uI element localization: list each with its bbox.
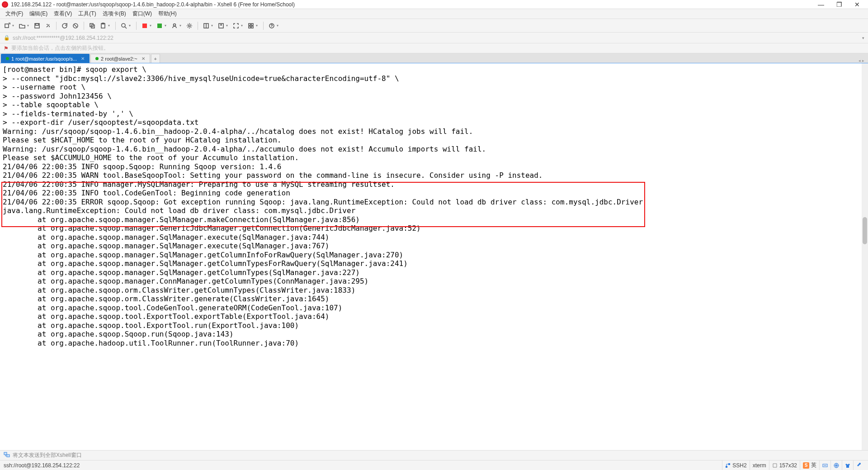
network-icon (725, 463, 731, 468)
status-keyboard-icon[interactable] (819, 461, 830, 470)
find-dropdown[interactable]: ▾ (129, 24, 132, 28)
status-globe-icon[interactable] (830, 461, 842, 470)
svg-point-11 (174, 24, 176, 26)
svg-point-20 (271, 27, 272, 28)
session-tab-label: 1 root@master:/usr/sqoop/s... (11, 56, 77, 62)
scrollbar-thumb[interactable] (863, 217, 867, 244)
window-title: 192.168.254.122 - root@master:/usr/sqoop… (11, 1, 812, 8)
save-icon[interactable] (33, 21, 42, 30)
tab-nav-arrows[interactable]: ◂ ▸ (859, 58, 864, 63)
font-color-dropdown[interactable]: ▾ (150, 24, 153, 28)
flag-icon: ⚑ (4, 45, 9, 52)
wrench-icon (856, 463, 862, 468)
keyboard-icon (822, 463, 828, 468)
close-icon[interactable]: ✕ (142, 56, 145, 61)
svg-rect-23 (726, 466, 727, 468)
address-text: ssh://root:***********@192.168.254.122:2… (13, 35, 113, 41)
svg-rect-16 (251, 24, 253, 25)
window-split-dropdown[interactable]: ▾ (211, 24, 215, 28)
paste-dropdown[interactable]: ▾ (108, 24, 112, 28)
svg-point-8 (122, 24, 125, 27)
status-shirt-icon[interactable] (842, 461, 853, 470)
menu-view[interactable]: 查看(V) (52, 9, 74, 19)
status-size: 157x32 (769, 461, 800, 470)
tile-icon[interactable] (246, 21, 255, 30)
globe-icon (834, 463, 839, 468)
menu-bar: 文件(F) 编辑(E) 查看(V) 工具(T) 选项卡(B) 窗口(W) 帮助(… (0, 9, 868, 19)
disconnect-icon[interactable] (71, 21, 80, 30)
status-dot-icon (6, 57, 9, 60)
status-termtype: xterm (750, 461, 769, 470)
menu-file[interactable]: 文件(F) (4, 9, 25, 19)
hint-bar: ⚑ 要添加当前会话，点击左侧的箭头按钮。 (0, 43, 868, 53)
reconnect-icon[interactable] (60, 21, 69, 30)
status-ime[interactable]: S 英 (800, 461, 819, 470)
full-screen-dropdown[interactable]: ▾ (241, 24, 245, 28)
new-session-icon[interactable] (3, 21, 12, 30)
toolbar-sep (84, 22, 84, 30)
maximize-button[interactable]: ❐ (830, 1, 848, 8)
bg-color-icon[interactable] (155, 21, 164, 30)
open-session-icon[interactable] (18, 21, 27, 30)
user-dropdown[interactable]: ▾ (179, 24, 183, 28)
user-icon[interactable] (170, 21, 179, 30)
app-icon (2, 1, 8, 8)
find-icon[interactable] (119, 21, 128, 30)
vertical-scrollbar[interactable] (862, 63, 868, 450)
copy-icon[interactable] (88, 21, 97, 30)
bg-color-dropdown[interactable]: ▾ (165, 24, 168, 28)
lock-icon: 🔒 (4, 35, 10, 41)
menu-window[interactable]: 窗口(W) (131, 9, 154, 19)
paste-icon[interactable] (99, 21, 108, 30)
minimize-button[interactable]: — (812, 1, 830, 8)
svg-rect-24 (728, 463, 730, 465)
svg-rect-9 (142, 24, 147, 28)
terminal-view[interactable]: [root@master bin]# sqoop export \ > --co… (0, 63, 868, 450)
new-window-icon[interactable] (217, 21, 226, 30)
toolbar-sep (115, 22, 116, 30)
svg-rect-17 (249, 26, 250, 28)
session-tab-bar: 1 root@master:/usr/sqoop/s... ✕ 2 root@s… (0, 53, 868, 63)
new-window-dropdown[interactable]: ▾ (226, 24, 230, 28)
window-split-icon[interactable] (202, 21, 211, 30)
session-tab-2[interactable]: 2 root@slave2:~ ✕ (90, 54, 150, 63)
address-bar[interactable]: 🔒 ssh://root:***********@192.168.254.122… (0, 33, 868, 43)
broadcast-icon (4, 451, 10, 459)
broadcast-bar[interactable]: 将文本发送到全部Xshell窗口 (0, 450, 868, 460)
status-connection: ssh://root@192.168.254.122:22 (4, 462, 722, 469)
font-color-icon[interactable] (140, 21, 149, 30)
menu-help[interactable]: 帮助(H) (156, 9, 179, 19)
tile-dropdown[interactable]: ▾ (256, 24, 259, 28)
svg-point-12 (189, 25, 190, 27)
session-tab-1[interactable]: 1 root@master:/usr/sqoop/s... ✕ (1, 54, 90, 63)
help-icon[interactable] (267, 21, 276, 30)
status-dot-icon (95, 57, 99, 60)
highlight-box (1, 182, 645, 227)
plus-icon: + (154, 56, 156, 62)
new-session-dropdown[interactable]: ▾ (12, 24, 16, 28)
size-icon (772, 463, 778, 468)
open-session-dropdown[interactable]: ▾ (27, 24, 31, 28)
address-dropdown[interactable]: ▾ (862, 36, 864, 40)
menu-edit[interactable]: 编辑(E) (28, 9, 49, 19)
close-button[interactable]: ✕ (848, 1, 866, 8)
connect-icon[interactable] (43, 21, 52, 30)
broadcast-label: 将文本发送到全部Xshell窗口 (13, 451, 82, 459)
help-dropdown[interactable]: ▾ (277, 24, 280, 28)
add-tab-button[interactable]: + (151, 54, 160, 63)
toolbar-sep (56, 22, 57, 30)
menu-tools[interactable]: 工具(T) (76, 9, 98, 19)
status-tool-icon[interactable] (853, 461, 864, 470)
svg-rect-0 (5, 24, 9, 28)
settings-icon[interactable] (185, 21, 194, 30)
menu-tabopt[interactable]: 选项卡(B) (101, 9, 128, 19)
svg-rect-15 (249, 24, 250, 25)
svg-rect-10 (157, 24, 162, 28)
toolbar-sep (198, 22, 198, 30)
status-bar: ssh://root@192.168.254.122:22 SSH2 xterm… (0, 460, 868, 470)
toolbar-sep (263, 22, 264, 30)
shirt-icon (845, 463, 850, 468)
close-icon[interactable]: ✕ (81, 56, 85, 61)
full-screen-icon[interactable] (231, 21, 241, 30)
status-protocol: SSH2 (722, 461, 749, 470)
